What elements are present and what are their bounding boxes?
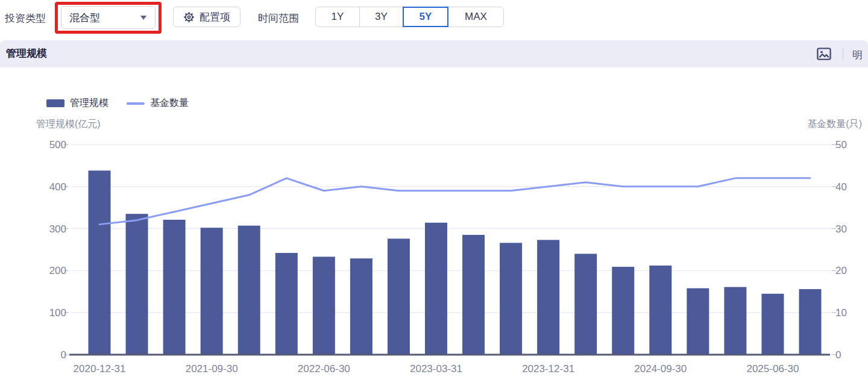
time-range-3y[interactable]: 3Y [359,7,403,27]
time-range-5y[interactable]: 5Y [403,7,448,27]
chevron-down-icon [140,16,146,20]
section-header [0,40,868,67]
svg-text:50: 50 [835,139,847,151]
svg-text:0: 0 [61,349,66,361]
header-divider [843,48,843,60]
svg-text:2022-06-30: 2022-06-30 [298,363,350,375]
svg-text:0: 0 [835,349,841,361]
investment-type-label: 投资类型 [5,11,46,25]
line-legend-swatch [127,102,145,105]
management-scale-chart: 0010010200203003040040500502020-12-31202… [0,67,868,392]
svg-text:30: 30 [835,223,847,235]
right-axis-title: 基金数量(只) [807,118,862,131]
bar-legend-label: 管理规模 [70,97,108,110]
time-range-max[interactable]: MAX [448,7,504,27]
svg-text:2023-03-31: 2023-03-31 [410,363,462,375]
svg-text:10: 10 [835,307,847,319]
svg-text:40: 40 [835,181,847,193]
legend-item-bar[interactable]: 管理规模 [46,97,108,110]
chart-legend: 管理规模 基金数量 [46,97,189,110]
section-title: 管理规模 [6,46,47,60]
time-range-group: 1Y 3Y 5Y MAX [315,7,504,27]
svg-text:100: 100 [49,307,66,319]
detail-link[interactable]: 明 [852,48,863,62]
chart-plot: 0010010200203003040040500502020-12-31202… [0,67,868,392]
gear-icon [183,11,195,23]
bar-legend-swatch [46,99,64,107]
investment-type-dropdown[interactable]: 混合型 [61,6,156,29]
left-axis-title: 管理规模(亿元) [36,118,101,131]
svg-text:400: 400 [49,181,66,193]
svg-text:2021-09-30: 2021-09-30 [186,363,238,375]
svg-text:20: 20 [835,265,847,276]
config-button-label: 配置项 [200,10,230,24]
svg-text:2024-09-30: 2024-09-30 [634,363,687,375]
svg-text:500: 500 [49,139,66,151]
config-button[interactable]: 配置项 [173,7,241,27]
page: 投资类型 混合型 配置项 时间范围 1Y 3Y 5Y MAX [0,0,868,392]
time-range-label: 时间范围 [258,11,299,25]
svg-text:200: 200 [49,265,66,276]
image-icon[interactable] [817,48,831,60]
time-range-1y[interactable]: 1Y [315,7,360,27]
line-legend-label: 基金数量 [150,97,189,110]
svg-text:2023-12-31: 2023-12-31 [522,363,574,375]
svg-text:2025-06-30: 2025-06-30 [746,363,799,375]
investment-type-value: 混合型 [69,11,100,25]
svg-text:2020-12-31: 2020-12-31 [74,363,126,375]
svg-text:300: 300 [49,223,66,235]
legend-item-line[interactable]: 基金数量 [127,97,189,110]
